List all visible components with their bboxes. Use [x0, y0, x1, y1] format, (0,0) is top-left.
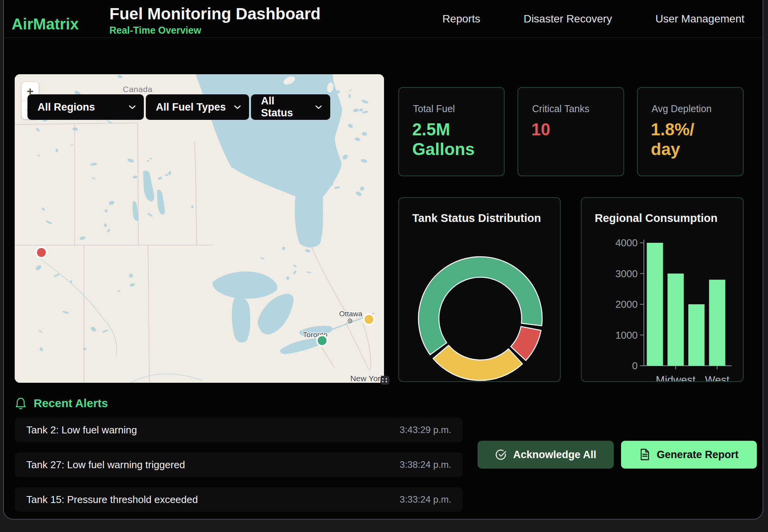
stat-card-avg-depletion: Avg Depletion 1.8%/day: [637, 87, 744, 176]
tank-status-donut: [399, 198, 561, 382]
alert-message: Tank 15: Pressure threshold exceeded: [26, 494, 198, 506]
top-nav: Reports Disaster Recovery User Managemen…: [442, 0, 744, 38]
regional-consumption-card: Regional Consumption 01000200030004000Mi…: [581, 197, 744, 382]
stat-value-avg-depletion: 1.8%/day: [651, 119, 695, 159]
stat-label: Critical Tanks: [532, 103, 589, 114]
map-resize-handle[interactable]: [381, 376, 389, 385]
svg-text:4000: 4000: [615, 237, 638, 249]
bell-icon: [15, 397, 26, 410]
consumption-bar: [709, 280, 725, 366]
map-filter-bar: All Regions All Fuel Types All Status: [27, 94, 330, 120]
map-marker-warning[interactable]: [364, 314, 374, 325]
tank-map[interactable]: Canada Ottawa Toronto New York + − All R…: [15, 74, 384, 383]
alert-timestamp: 3:33:24 p.m.: [400, 494, 451, 505]
page-subtitle: Real-Time Overview: [109, 25, 201, 36]
donut-slice-warning: [433, 345, 522, 380]
map-marker-normal[interactable]: [317, 336, 328, 346]
stat-value-total-fuel: 2.5MGallons: [412, 119, 474, 159]
stat-label: Total Fuel: [413, 103, 455, 114]
fuel-type-filter-value: All Fuel Types: [156, 101, 226, 113]
chevron-down-icon: [234, 105, 241, 109]
svg-text:West: West: [705, 374, 729, 382]
svg-text:1000: 1000: [615, 329, 638, 341]
map-canvas: Canada Ottawa Toronto New York: [15, 74, 384, 383]
check-circle-icon: [495, 449, 507, 460]
svg-text:0: 0: [632, 360, 638, 372]
map-marker-critical[interactable]: [36, 247, 47, 258]
svg-text:2000: 2000: [615, 298, 638, 310]
map-label-new-york: New York: [350, 374, 384, 383]
donut-slice-critical: [511, 326, 541, 360]
document-icon: [639, 448, 650, 461]
alert-timestamp: 3:38:24 p.m.: [400, 459, 451, 470]
fuel-type-filter-dropdown[interactable]: All Fuel Types: [146, 94, 249, 120]
page-title: Fuel Monitoring Dashboard: [109, 5, 321, 23]
consumption-bar: [667, 274, 684, 366]
region-filter-dropdown[interactable]: All Regions: [27, 94, 144, 120]
status-filter-value: All Status: [261, 95, 308, 119]
alert-row: Tank 15: Pressure threshold exceeded 3:3…: [15, 487, 463, 512]
consumption-bar: [647, 243, 663, 366]
alert-message: Tank 2: Low fuel warning: [26, 424, 137, 436]
chevron-down-icon: [315, 105, 323, 109]
dashboard-page: AirMatrix Fuel Monitoring Dashboard Real…: [0, 0, 768, 532]
alert-timestamp: 3:43:29 p.m.: [400, 425, 451, 435]
region-filter-value: All Regions: [38, 101, 95, 113]
map-label-ottawa: Ottawa: [339, 310, 363, 318]
svg-text:Midwest: Midwest: [656, 374, 696, 382]
alert-message: Tank 27: Low fuel warning triggered: [26, 459, 185, 471]
chevron-down-icon: [128, 105, 136, 109]
alert-row: Tank 27: Low fuel warning triggered 3:38…: [15, 452, 463, 477]
stat-card-total-fuel: Total Fuel 2.5MGallons: [398, 87, 505, 176]
nav-item-user-management[interactable]: User Management: [655, 13, 744, 25]
stat-label: Avg Depletion: [652, 103, 712, 114]
stat-value-critical-tanks: 10: [531, 119, 550, 139]
map-label-country: Canada: [123, 85, 153, 94]
alert-row: Tank 2: Low fuel warning 3:43:29 p.m.: [15, 418, 463, 442]
header-divider: [4, 38, 764, 38]
consumption-bar: [688, 304, 705, 366]
nav-item-disaster-recovery[interactable]: Disaster Recovery: [524, 13, 612, 25]
recent-alerts-header: Recent Alerts: [15, 397, 108, 410]
nav-item-reports[interactable]: Reports: [442, 13, 480, 25]
stat-card-critical-tanks: Critical Tanks 10: [517, 87, 624, 176]
svg-text:3000: 3000: [615, 268, 638, 280]
generate-report-button[interactable]: Generate Report: [621, 441, 757, 469]
acknowledge-all-button[interactable]: Acknowledge All: [478, 441, 614, 469]
brand-logo[interactable]: AirMatrix: [12, 15, 79, 33]
tank-status-distribution-card: Tank Status Distribution: [398, 197, 561, 382]
regional-consumption-chart: 01000200030004000MidwestWest: [582, 198, 744, 382]
status-filter-dropdown[interactable]: All Status: [251, 94, 330, 120]
recent-alerts-title: Recent Alerts: [34, 397, 108, 410]
lake-michigan: [232, 297, 251, 343]
